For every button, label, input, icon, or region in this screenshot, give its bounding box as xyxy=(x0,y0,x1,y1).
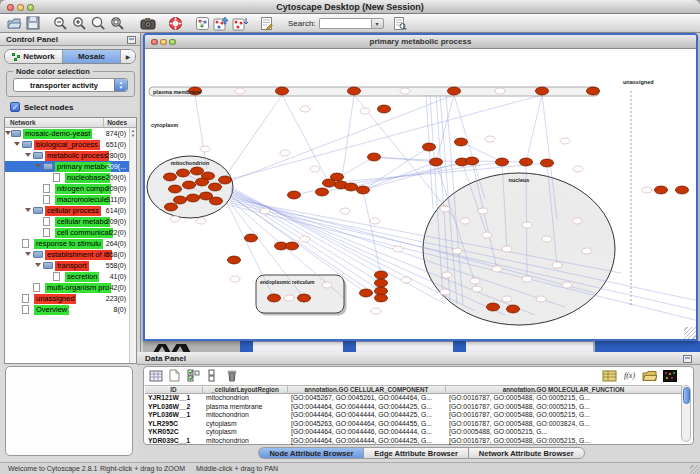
node-outline[interactable] xyxy=(260,208,270,214)
expand-triangle-icon[interactable] xyxy=(14,142,20,146)
node[interactable] xyxy=(164,173,177,181)
background-window-preview[interactable] xyxy=(466,341,593,352)
zoom-out-icon[interactable] xyxy=(52,15,68,31)
node[interactable] xyxy=(276,87,289,95)
plugin-network-icon-2[interactable] xyxy=(213,15,229,31)
node[interactable] xyxy=(348,87,361,95)
node-outline[interactable] xyxy=(482,232,492,238)
tree-row[interactable]: nitrogen compo209(0) xyxy=(5,183,129,194)
background-window-edge[interactable] xyxy=(343,341,356,352)
node[interactable] xyxy=(423,143,436,151)
node[interactable] xyxy=(507,305,520,313)
node-outline[interactable] xyxy=(502,246,512,252)
expand-triangle-icon[interactable] xyxy=(25,208,31,212)
select-nodes-checkbox[interactable]: ✓ xyxy=(10,102,20,112)
node-outline[interactable] xyxy=(340,208,350,214)
zoom-selected-icon[interactable] xyxy=(90,15,106,31)
nodes-column-header[interactable]: Nodes xyxy=(107,119,127,126)
attribute-row[interactable]: YPL036W__2plasma membrane[GO:0044464, GO… xyxy=(145,403,682,412)
node[interactable] xyxy=(357,186,370,194)
node[interactable] xyxy=(345,183,358,191)
node[interactable] xyxy=(487,303,500,311)
background-window-preview[interactable] xyxy=(356,341,453,352)
node-outline[interactable] xyxy=(470,278,480,284)
node-outline[interactable] xyxy=(542,236,552,242)
tab-network-attribute-browser[interactable]: Network Attribute Browser xyxy=(468,447,585,459)
plugin-network-icon-1[interactable] xyxy=(194,15,210,31)
tab-overflow-button[interactable]: ▶ xyxy=(121,50,135,63)
expand-triangle-icon[interactable] xyxy=(35,164,41,168)
matrix-icon[interactable] xyxy=(662,369,677,382)
node[interactable] xyxy=(196,178,209,186)
attribute-row[interactable]: YKR052Ccytoplasm[GO:0044464, GO:0044446,… xyxy=(145,428,682,437)
attribute-grid-icon[interactable] xyxy=(148,369,163,382)
node[interactable] xyxy=(165,203,178,211)
attribute-batch-icon[interactable] xyxy=(602,369,617,382)
select-attributes-icon[interactable] xyxy=(186,369,201,382)
node-outline[interactable] xyxy=(300,236,310,242)
tree-row[interactable]: nucleobase-209(0) xyxy=(5,172,129,183)
node[interactable] xyxy=(187,194,200,202)
node-outline[interactable] xyxy=(371,308,381,314)
node[interactable] xyxy=(455,138,468,146)
node[interactable] xyxy=(288,191,301,199)
node-outline[interactable] xyxy=(560,138,570,144)
node[interactable] xyxy=(245,234,258,242)
node[interactable] xyxy=(587,87,600,95)
snapshot-icon[interactable] xyxy=(140,15,156,31)
node[interactable] xyxy=(268,294,281,302)
tree-row[interactable]: metabolic process280(0) xyxy=(5,150,129,161)
tree-row[interactable]: secretion41(0) xyxy=(5,271,129,282)
column-header[interactable]: annotation.GO CELLULAR_COMPONENT xyxy=(288,386,446,394)
tree-row[interactable]: mosaic-demo-yeast874(0) xyxy=(5,128,129,139)
attribute-table-header[interactable]: ID_cellularLayoutRegionannotation.GO CEL… xyxy=(145,385,682,394)
node[interactable] xyxy=(191,167,204,175)
background-window-edge[interactable] xyxy=(240,341,253,352)
node[interactable] xyxy=(655,186,668,194)
node[interactable] xyxy=(496,158,509,166)
tree-row[interactable]: transport558(0) xyxy=(5,260,129,271)
node[interactable] xyxy=(286,242,299,250)
node-outline[interactable] xyxy=(502,296,512,302)
node[interactable] xyxy=(375,271,388,279)
column-header[interactable]: _cellularLayoutRegion xyxy=(203,386,288,394)
node[interactable] xyxy=(331,173,344,181)
attribute-row[interactable]: YDR039C__1mitochondrion[GO:0044464, GO:0… xyxy=(145,437,682,446)
column-header[interactable]: ID xyxy=(145,386,203,394)
tree-row[interactable]: primary metabo209(... xyxy=(5,161,129,172)
node-outline[interactable] xyxy=(440,289,450,295)
node-outline[interactable] xyxy=(230,276,240,282)
background-window-edge[interactable] xyxy=(595,341,700,352)
plugin-network-icon-3[interactable] xyxy=(232,15,248,31)
save-session-icon[interactable] xyxy=(25,15,41,31)
node-outline[interactable] xyxy=(370,218,380,224)
node-outline[interactable] xyxy=(572,218,582,224)
node-color-combobox[interactable]: transporter activity ▲▼ xyxy=(13,78,128,92)
attribute-row[interactable]: YPL036W__1mitochondrion[GO:0044464, GO:0… xyxy=(145,411,682,420)
import-attributes-icon[interactable] xyxy=(642,369,657,382)
attribute-table-scrollbar[interactable] xyxy=(681,385,691,442)
app-resize-grip[interactable] xyxy=(690,465,700,474)
node[interactable] xyxy=(360,289,373,297)
node-outline[interactable] xyxy=(522,222,532,228)
node-outline[interactable] xyxy=(522,276,532,282)
node-outline[interactable] xyxy=(196,218,206,224)
network-canvas[interactable]: plasma membranecytoplasmmitochondrionnuc… xyxy=(145,49,696,339)
tree-row[interactable]: cellular metabo209(0) xyxy=(5,216,129,227)
tab-mosaic[interactable]: Mosaic xyxy=(63,50,121,63)
node-outline[interactable] xyxy=(401,277,411,283)
node[interactable] xyxy=(177,169,190,177)
network-column-header[interactable]: Network xyxy=(10,119,36,126)
node-outline[interactable] xyxy=(235,88,245,94)
node[interactable] xyxy=(169,185,182,193)
node-outline[interactable] xyxy=(642,187,652,193)
zoom-fit-icon[interactable] xyxy=(109,15,125,31)
node[interactable] xyxy=(209,183,222,191)
tree-row[interactable]: unassigned223(0) xyxy=(5,293,129,304)
column-header[interactable]: annotation.GO MOLECULAR_FUNCTION xyxy=(446,386,682,394)
tree-row[interactable]: establishment of lo558(0) xyxy=(5,249,129,260)
node[interactable] xyxy=(298,294,311,302)
tree-row[interactable]: multi-organism pro42(0) xyxy=(5,282,129,293)
expand-triangle-icon[interactable] xyxy=(25,252,31,256)
node-outline[interactable] xyxy=(582,248,592,254)
